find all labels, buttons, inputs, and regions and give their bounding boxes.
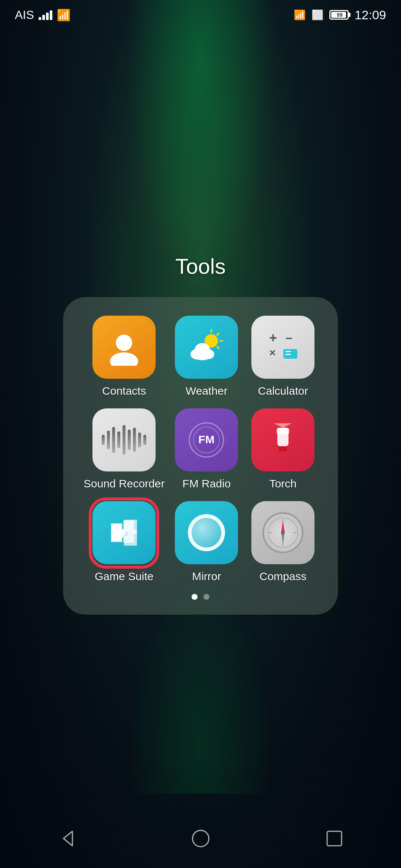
recent-apps-button[interactable] bbox=[319, 823, 349, 853]
pagination-dot-2 bbox=[203, 594, 209, 600]
calculator-icon: + − × = bbox=[251, 316, 314, 379]
game-suite-icon bbox=[92, 501, 156, 564]
app-grid: Contacts bbox=[84, 316, 317, 583]
app-item-compass[interactable]: Compass bbox=[248, 501, 317, 583]
folder-container: Contacts bbox=[63, 297, 338, 615]
battery-container: 99 bbox=[329, 10, 349, 20]
compass-label: Compass bbox=[260, 570, 307, 583]
signal-strength-icon bbox=[39, 10, 52, 20]
svg-line-4 bbox=[217, 333, 219, 335]
svg-marker-22 bbox=[274, 423, 292, 428]
nav-bar bbox=[0, 816, 401, 868]
svg-point-33 bbox=[192, 830, 209, 846]
sound-recorder-icon bbox=[92, 408, 156, 471]
battery-level: 99 bbox=[331, 12, 348, 18]
status-left: AIS 📶 bbox=[15, 8, 71, 22]
contacts-icon bbox=[92, 316, 156, 379]
svg-text:=: = bbox=[285, 347, 291, 359]
app-item-contacts[interactable]: Contacts bbox=[84, 316, 164, 397]
weather-label: Weather bbox=[186, 385, 228, 397]
app-item-game-suite[interactable]: Game Suite bbox=[84, 501, 164, 583]
mirror-icon bbox=[175, 501, 238, 564]
clock: 12:09 bbox=[355, 8, 386, 22]
calculator-label: Calculator bbox=[258, 385, 308, 397]
app-item-weather[interactable]: Weather bbox=[172, 316, 241, 397]
svg-point-1 bbox=[110, 352, 138, 366]
svg-point-31 bbox=[281, 531, 285, 535]
status-bar: AIS 📶 📶 ⬜ 99 12:09 bbox=[0, 0, 401, 30]
compass-icon bbox=[251, 501, 314, 564]
fm-radio-icon: FM bbox=[175, 408, 238, 471]
main-content: Tools Contacts bbox=[0, 0, 401, 868]
back-button[interactable] bbox=[52, 823, 82, 853]
svg-marker-32 bbox=[63, 831, 72, 846]
contacts-label: Contacts bbox=[102, 385, 146, 397]
svg-text:FM: FM bbox=[199, 433, 215, 445]
svg-line-6 bbox=[217, 347, 219, 348]
svg-point-10 bbox=[195, 343, 210, 355]
folder-title: Tools bbox=[175, 254, 225, 279]
app-item-fm-radio[interactable]: FM FM Radio bbox=[172, 408, 241, 490]
torch-label: Torch bbox=[269, 477, 296, 490]
pagination-dots bbox=[84, 594, 317, 600]
app-item-sound-recorder[interactable]: Sound Recorder bbox=[84, 408, 164, 490]
battery-icon: 99 bbox=[329, 10, 349, 20]
status-right: 📶 ⬜ 99 12:09 bbox=[294, 8, 386, 22]
svg-rect-34 bbox=[327, 831, 342, 846]
vibrate-icon: ⬜ bbox=[312, 9, 323, 21]
svg-point-0 bbox=[116, 335, 132, 351]
wifi-icon: 📶 bbox=[57, 9, 71, 22]
svg-text:−: − bbox=[286, 332, 293, 345]
mirror-label: Mirror bbox=[192, 570, 221, 583]
app-item-calculator[interactable]: + − × = Calculator bbox=[248, 316, 317, 397]
sound-recorder-label: Sound Recorder bbox=[84, 477, 164, 490]
weather-icon bbox=[175, 316, 238, 379]
app-item-torch[interactable]: Torch bbox=[248, 408, 317, 490]
svg-text:×: × bbox=[269, 346, 276, 359]
app-item-mirror[interactable]: Mirror bbox=[172, 501, 241, 583]
bluetooth-icon: 📶 bbox=[294, 9, 306, 21]
svg-rect-20 bbox=[277, 428, 289, 434]
torch-icon bbox=[251, 408, 314, 471]
game-suite-label: Game Suite bbox=[95, 570, 153, 583]
svg-rect-21 bbox=[279, 446, 287, 451]
carrier-label: AIS bbox=[15, 8, 34, 22]
svg-text:+: + bbox=[269, 330, 277, 345]
pagination-dot-1 bbox=[192, 594, 198, 600]
fm-radio-label: FM Radio bbox=[182, 477, 231, 490]
home-button[interactable] bbox=[186, 823, 215, 853]
